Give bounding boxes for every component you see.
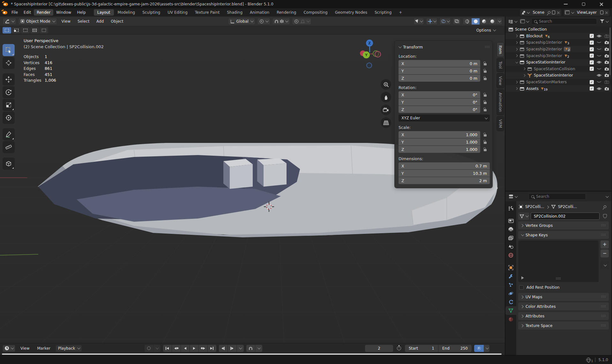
timeline-snap-toggle[interactable] xyxy=(246,345,255,352)
pan-button[interactable] xyxy=(381,92,391,102)
outliner-search-input[interactable] xyxy=(539,19,594,24)
eye-closed-icon[interactable] xyxy=(596,81,601,83)
object-visibility-dropdown[interactable] xyxy=(414,18,424,25)
checkbox-icon[interactable]: ✓ xyxy=(590,54,594,58)
menu-edit[interactable]: Edit xyxy=(21,9,34,16)
proportional-editing-controls[interactable] xyxy=(292,18,311,25)
frame-back-button[interactable] xyxy=(219,345,228,352)
outliner-filter-dropdown[interactable] xyxy=(599,18,609,25)
camera-icon[interactable] xyxy=(604,73,609,77)
timeline-menu-marker[interactable]: Marker xyxy=(34,345,53,352)
tab-world[interactable] xyxy=(505,251,516,259)
lock-icon[interactable] xyxy=(484,71,487,73)
expand-icon[interactable] xyxy=(514,87,519,90)
tool-add-cube[interactable] xyxy=(3,158,15,170)
camera-icon[interactable] xyxy=(604,60,609,64)
panel-color-attributes[interactable]: Color Attributes xyxy=(518,302,609,310)
current-frame-field[interactable]: 2 xyxy=(365,345,393,352)
gizmo-minus-x-axis[interactable] xyxy=(375,51,381,57)
select-mode-extend-button[interactable] xyxy=(12,27,20,33)
panel-uv-maps[interactable]: UV Maps xyxy=(518,293,609,301)
tab-output[interactable] xyxy=(505,225,516,234)
tool-rotate[interactable] xyxy=(3,86,15,98)
magnet-snap-icon[interactable] xyxy=(275,20,278,23)
outliner-row-spacestationcollision[interactable]: SpaceStationCollision ✓ xyxy=(505,66,611,72)
panel-texture-space[interactable]: Texture Space xyxy=(518,322,609,330)
camera-disabled-icon[interactable] xyxy=(604,34,609,38)
outliner-filter-id-dropdown[interactable] xyxy=(519,18,530,25)
outliner-row-scene-collection[interactable]: Scene Collection xyxy=(505,26,611,33)
camera-icon[interactable] xyxy=(604,67,609,71)
scale-y-field[interactable]: Y1.000 xyxy=(399,138,480,145)
timeline-menu-view[interactable]: View xyxy=(18,345,32,352)
orthographic-toggle-button[interactable] xyxy=(381,117,391,128)
mesh-id-dropdown[interactable] xyxy=(518,212,529,220)
camera-icon[interactable] xyxy=(604,87,609,91)
outliner-row-assets[interactable]: Assets 19 ✓ xyxy=(505,85,611,92)
eye-closed-icon[interactable] xyxy=(596,55,601,57)
tool-select-box[interactable] xyxy=(3,44,15,56)
panel-grip-icon[interactable] xyxy=(601,324,606,327)
remove-shape-key-button[interactable]: − xyxy=(601,249,609,257)
gizmo-minus-z-axis[interactable] xyxy=(366,63,372,68)
new-view-layer-icon[interactable] xyxy=(600,11,603,14)
breadcrumb-data-name[interactable]: SP2Colli... xyxy=(558,204,577,209)
pin-id-icon[interactable] xyxy=(603,205,607,208)
outliner-row-spacestationmarkers[interactable]: SpaceStationMarkers ✓ xyxy=(505,79,611,85)
frame-jump-dropdown[interactable] xyxy=(237,345,244,352)
select-mode-new-button[interactable] xyxy=(3,27,11,33)
maximize-button[interactable] xyxy=(579,0,588,8)
eye-closed-icon[interactable] xyxy=(596,41,601,44)
auto-keying-toggle[interactable] xyxy=(145,345,153,352)
unlink-scene-icon[interactable] xyxy=(557,11,560,14)
frame-start-field[interactable]: Start 1 xyxy=(405,345,438,352)
shading-dropdown[interactable] xyxy=(496,18,502,25)
shape-key-specials-menu[interactable] xyxy=(601,261,609,269)
snapping-controls[interactable] xyxy=(272,18,290,25)
keying-dropdown[interactable] xyxy=(153,345,160,352)
sync-range-toggle[interactable] xyxy=(474,345,484,352)
app-menu-blender-icon[interactable] xyxy=(3,11,7,14)
tool-scale[interactable] xyxy=(3,99,15,111)
frame-end-field[interactable]: End 250 xyxy=(438,345,472,352)
rotation-mode-dropdown[interactable]: XYZ Euler xyxy=(399,115,490,122)
tab-rendering[interactable]: Rendering xyxy=(273,9,300,16)
rotation-z-field[interactable]: Z0° xyxy=(399,106,480,113)
dimensions-y-field[interactable]: Y10.3 m xyxy=(399,170,490,177)
camera-icon[interactable] xyxy=(604,54,609,58)
minimize-button[interactable] xyxy=(561,0,571,8)
timeline-scrollbar[interactable] xyxy=(0,353,505,355)
add-rest-position-checkbox[interactable] xyxy=(519,285,524,290)
panel-grip-icon[interactable] xyxy=(601,315,606,317)
remove-view-layer-icon[interactable] xyxy=(605,11,608,14)
lock-icon[interactable] xyxy=(484,134,487,137)
outliner-row-spaceship2interior[interactable]: Spaceship2Interior 2 ✓ xyxy=(505,46,611,53)
camera-icon[interactable] xyxy=(604,41,609,44)
sidebar-tab-item[interactable]: Item xyxy=(496,42,504,57)
menu-help[interactable]: Help xyxy=(74,9,88,16)
tab-scripting[interactable]: Scripting xyxy=(371,9,395,16)
scale-z-field[interactable]: Z1.000 xyxy=(399,146,480,153)
navigation-gizmo[interactable]: Z Y xyxy=(357,40,382,77)
outliner-scrollbar[interactable] xyxy=(609,27,611,75)
expand-icon[interactable] xyxy=(514,81,519,83)
sidebar-tab-tool[interactable]: Tool xyxy=(496,58,504,72)
expand-icon[interactable] xyxy=(514,55,519,57)
select-mode-invert-button[interactable] xyxy=(30,27,39,33)
shape-keys-list[interactable] xyxy=(518,241,599,282)
timeline-snap-dropdown[interactable] xyxy=(255,345,262,352)
location-z-field[interactable]: Z0 m xyxy=(399,75,480,82)
menu-view[interactable]: View xyxy=(59,18,73,25)
list-filter-toggle-icon[interactable] xyxy=(521,276,524,279)
scene-selector[interactable]: Scene xyxy=(520,9,561,16)
eye-icon[interactable] xyxy=(596,87,601,90)
jump-to-end-button[interactable] xyxy=(208,345,216,352)
scale-x-field[interactable]: X1.000 xyxy=(399,131,480,138)
tab-material[interactable] xyxy=(505,315,516,323)
panel-grip-icon[interactable] xyxy=(601,296,606,298)
timeline-editor-type-selector[interactable] xyxy=(3,345,15,352)
play-reverse-button[interactable] xyxy=(181,345,190,352)
options-dropdown[interactable]: Options xyxy=(476,28,495,33)
show-overlays-toggle[interactable] xyxy=(439,18,451,25)
checkbox-icon[interactable]: ✓ xyxy=(590,67,594,71)
